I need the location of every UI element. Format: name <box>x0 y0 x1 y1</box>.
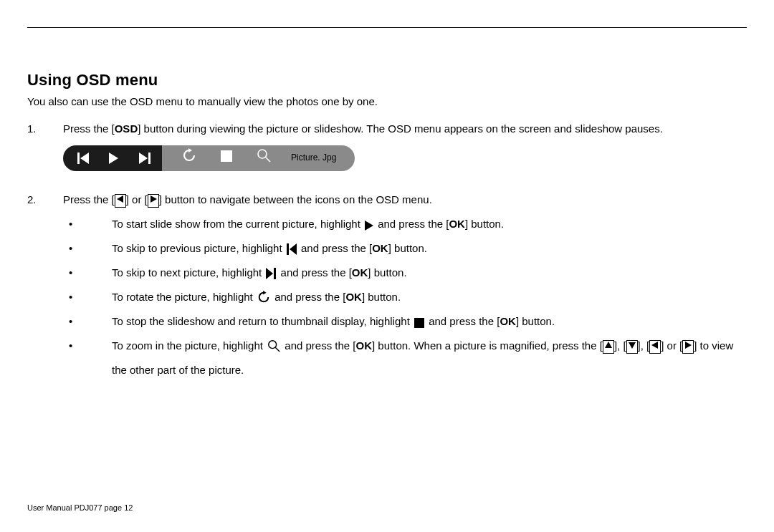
play-icon <box>109 152 119 165</box>
rotate-icon <box>257 289 270 311</box>
step2-pre: Press the [ <box>63 193 115 205</box>
bullet-play: • To start slide show from the current p… <box>63 213 747 238</box>
ok-label: OK <box>372 242 388 254</box>
svg-rect-17 <box>414 318 424 328</box>
t: To start slide show from the current pic… <box>112 218 363 230</box>
svg-marker-5 <box>188 148 192 153</box>
step2-mid: ] or [ <box>126 193 148 205</box>
t: To stop the slideshow and return to thum… <box>112 315 413 327</box>
ok-label: OK <box>352 266 368 279</box>
osd-bar-dark-section <box>63 145 162 171</box>
osd-bar: Picture. Jpg <box>63 145 355 171</box>
step-body: Press the [] or [] button to navigate be… <box>63 190 747 381</box>
svg-marker-22 <box>651 342 658 349</box>
bullet-marker: • <box>63 335 112 357</box>
t: ], [ <box>638 339 650 352</box>
bullet-text: To zoom in the picture, highlight and pr… <box>112 335 747 381</box>
ok-label: OK <box>345 291 362 303</box>
section-heading: Using OSD menu <box>27 71 747 90</box>
step1-pre: Press the [ <box>63 122 115 135</box>
svg-point-18 <box>269 340 277 348</box>
ok-label: OK <box>500 315 516 327</box>
bullet-text: To stop the slideshow and return to thum… <box>112 311 747 335</box>
svg-marker-20 <box>605 342 612 348</box>
t: and press the [ <box>272 291 345 303</box>
osd-bar-grey-section <box>162 145 287 171</box>
t: ] button. <box>368 266 406 279</box>
play-icon <box>365 216 373 238</box>
t: To rotate the picture, highlight <box>112 291 256 303</box>
step-number: 1. <box>27 119 63 184</box>
svg-rect-6 <box>221 150 232 162</box>
t: To skip to next picture, highlight <box>112 266 264 279</box>
svg-line-8 <box>266 157 271 162</box>
t: To zoom in the picture, highlight <box>112 339 266 352</box>
t: To skip to previous picture, highlight <box>112 242 285 254</box>
t: and press the [ <box>426 315 500 327</box>
bullet-zoom: • To zoom in the picture, highlight and … <box>63 335 747 381</box>
osd-bar-illustration: Picture. Jpg <box>63 145 747 171</box>
bullet-text: To skip to previous picture, highlight a… <box>112 238 747 262</box>
step2-post: ] button to navigate between the icons o… <box>159 193 432 205</box>
svg-marker-23 <box>685 342 692 349</box>
bullet-marker: • <box>63 311 112 332</box>
steps-list: 1. Press the [OSD] button during viewing… <box>27 119 747 381</box>
ok-label: OK <box>449 218 465 230</box>
t: and press the [ <box>282 339 355 352</box>
bullet-stop: • To stop the slideshow and return to th… <box>63 311 747 335</box>
bullet-marker: • <box>63 286 112 308</box>
svg-rect-4 <box>148 153 150 164</box>
t: and press the [ <box>298 242 372 254</box>
left-arrow-icon <box>649 340 661 354</box>
step-body: Press the [OSD] button during viewing th… <box>63 119 747 184</box>
svg-rect-15 <box>274 268 276 279</box>
bullet-text: To start slide show from the current pic… <box>112 213 747 238</box>
t: ] button. <box>516 315 555 327</box>
skip-next-icon <box>266 265 276 286</box>
skip-previous-icon <box>287 241 297 262</box>
svg-marker-16 <box>263 291 267 294</box>
bullet-text: To skip to next picture, highlight and p… <box>112 262 747 286</box>
svg-marker-1 <box>80 153 89 164</box>
t: ] or [ <box>661 339 682 352</box>
bullet-marker: • <box>63 238 112 259</box>
t: ], [ <box>614 339 626 352</box>
bullet-marker: • <box>63 213 112 235</box>
svg-rect-0 <box>77 153 80 164</box>
stop-icon <box>414 314 424 335</box>
svg-marker-10 <box>150 195 157 203</box>
skip-previous-icon <box>77 152 89 165</box>
step-number: 2. <box>27 190 63 381</box>
down-arrow-icon <box>626 340 638 354</box>
t: ] button. <box>388 242 427 254</box>
svg-rect-12 <box>287 243 289 255</box>
intro-text: You also can use the OSD menu to manuall… <box>27 94 747 110</box>
svg-marker-21 <box>629 342 636 349</box>
svg-marker-14 <box>266 268 273 279</box>
bullet-marker: • <box>63 262 112 284</box>
ok-label: OK <box>356 339 373 352</box>
left-arrow-icon <box>115 194 126 208</box>
manual-page: Using OSD menu You also can use the OSD … <box>0 0 774 532</box>
right-arrow-icon <box>148 194 159 208</box>
bullet-prev: • To skip to previous picture, highlight… <box>63 238 747 262</box>
stop-icon <box>221 148 232 168</box>
skip-next-icon <box>139 152 150 165</box>
zoom-icon <box>267 338 280 359</box>
bullet-next: • To skip to next picture, highlight and… <box>63 262 747 286</box>
bullet-text: To rotate the picture, highlight and pre… <box>112 286 747 311</box>
step-2: 2. Press the [] or [] button to navigate… <box>27 190 747 381</box>
step-1: 1. Press the [OSD] button during viewing… <box>27 119 747 184</box>
svg-line-19 <box>275 347 280 352</box>
t: ] button. <box>465 218 504 230</box>
osd-label: OSD <box>115 122 138 135</box>
svg-marker-13 <box>290 243 297 255</box>
svg-point-7 <box>258 150 267 158</box>
sub-bullets: • To start slide show from the current p… <box>63 213 747 381</box>
right-arrow-icon <box>682 340 694 354</box>
step1-post: ] button during viewing the picture or s… <box>138 122 663 135</box>
svg-marker-11 <box>365 221 373 231</box>
top-rule <box>27 27 747 28</box>
t: ] button. <box>362 291 401 303</box>
page-footer: User Manual PDJ077 page 12 <box>27 503 133 512</box>
